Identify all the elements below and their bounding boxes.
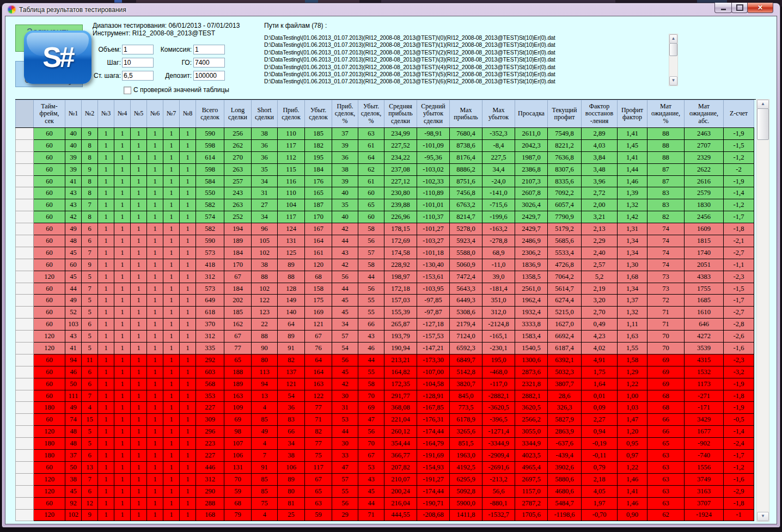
table-cell[interactable]: 48 [65, 235, 82, 247]
table-cell[interactable]: 75 [305, 450, 332, 462]
table-cell[interactable]: 618 [196, 307, 224, 319]
table-cell[interactable]: 2,00 [582, 199, 618, 211]
table-cell[interactable]: 106 [224, 450, 252, 462]
table-cell[interactable]: 213,21 [384, 354, 417, 366]
table-cell[interactable]: 1,20 [618, 426, 647, 438]
table-cell[interactable]: 2321,8 [515, 378, 548, 390]
table-cell[interactable]: 2463 [685, 128, 724, 140]
table-cell[interactable]: 1 [147, 438, 163, 450]
table-cell[interactable]: 88 [647, 151, 685, 163]
table-cell[interactable]: 1 [131, 461, 147, 473]
table-cell[interactable]: 88 [252, 271, 278, 283]
table-row[interactable]: 605251111116181851231401694555155,39-97,… [16, 307, 754, 319]
table-cell[interactable]: 59 [224, 485, 252, 497]
row-header-cell[interactable] [16, 485, 34, 497]
table-row[interactable]: 60418111111584257341161763961227,12-102,… [16, 175, 754, 187]
row-header-cell[interactable] [16, 295, 34, 307]
table-cell[interactable]: 1 [147, 461, 163, 473]
table-row[interactable]: 609212111111288687581635644216,04-190,71… [16, 497, 754, 509]
table-cell[interactable]: 60 [34, 163, 65, 175]
table-cell[interactable]: 1,46 [618, 473, 647, 485]
table-row[interactable]: 607415111111309698583715347221,04-176,31… [16, 414, 754, 426]
table-cell[interactable]: 1 [180, 438, 196, 450]
table-cell[interactable]: 5484,7 [548, 497, 582, 509]
table-cell[interactable]: 7 [252, 450, 278, 462]
table-cell[interactable]: 7 [82, 199, 98, 211]
row-header-cell[interactable] [16, 247, 34, 259]
table-cell[interactable]: -271 [685, 390, 724, 402]
table-cell[interactable]: 63 [647, 450, 685, 462]
table-cell[interactable]: 6 [82, 235, 98, 247]
table-cell[interactable]: 56 [332, 271, 358, 283]
table-cell[interactable]: 418 [196, 259, 224, 271]
close-button[interactable]: ✕ [747, 3, 773, 13]
table-cell[interactable]: -101,18 [417, 247, 450, 259]
table-cell[interactable]: 1 [147, 378, 163, 390]
table-cell[interactable]: -2 [724, 163, 754, 175]
column-header[interactable]: Профит фактор [618, 100, 647, 128]
table-cell[interactable]: 69 [224, 414, 252, 426]
table-cell[interactable]: 1609 [685, 223, 724, 235]
table-cell[interactable]: 1 [131, 497, 147, 509]
table-cell[interactable]: 163 [305, 378, 332, 390]
table-cell[interactable]: 116 [278, 175, 305, 187]
table-cell[interactable]: 6763,2 [450, 199, 482, 211]
table-cell[interactable]: 40 [332, 187, 358, 199]
table-cell[interactable]: 85 [252, 485, 278, 497]
table-cell[interactable]: 2697,5 [515, 473, 548, 485]
table-cell[interactable]: 1411,8 [450, 509, 482, 521]
table-cell[interactable]: 8 [82, 211, 98, 223]
table-cell[interactable]: 773,5 [450, 402, 482, 414]
table-cell[interactable]: 94 [65, 354, 82, 366]
table-cell[interactable]: 1 [114, 319, 131, 331]
table-cell[interactable]: 45 [332, 295, 358, 307]
table-cell[interactable]: 370 [196, 319, 224, 331]
table-cell[interactable]: -2691,6 [482, 461, 515, 473]
table-cell[interactable]: 1 [163, 438, 180, 450]
table-cell[interactable]: 58 [358, 259, 384, 271]
table-cell[interactable]: 65 [224, 354, 252, 366]
table-cell[interactable]: 1 [180, 390, 196, 402]
table-cell[interactable]: 80 [252, 354, 278, 366]
column-header[interactable]: Long сделки [224, 100, 252, 128]
table-cell[interactable]: 76 [305, 343, 332, 354]
table-cell[interactable]: -0,70 [582, 509, 618, 521]
table-cell[interactable]: 243 [224, 187, 252, 199]
table-cell[interactable]: 1 [147, 223, 163, 235]
table-cell[interactable]: 104 [278, 199, 305, 211]
table-cell[interactable]: 260,12 [384, 426, 417, 438]
table-cell[interactable]: 1 [98, 366, 114, 378]
table-cell[interactable]: 2787,2 [515, 497, 548, 509]
table-cell[interactable]: 189 [224, 378, 252, 390]
table-cell[interactable]: 2,13 [582, 223, 618, 235]
table-cell[interactable]: 1 [163, 247, 180, 259]
table-cell[interactable]: 1 [163, 414, 180, 426]
table-cell[interactable]: -0,19 [582, 438, 618, 450]
table-cell[interactable]: 73 [647, 271, 685, 283]
table-cell[interactable]: 1 [114, 223, 131, 235]
table-cell[interactable]: -157,53 [417, 331, 450, 343]
table-cell[interactable]: 312 [196, 473, 224, 485]
table-cell[interactable]: 188 [224, 366, 252, 378]
table-cell[interactable]: 1 [163, 151, 180, 163]
table-cell[interactable]: -1,2 [724, 199, 754, 211]
table-cell[interactable]: -1,7 [724, 295, 754, 307]
table-cell[interactable]: 1 [147, 366, 163, 378]
table-cell[interactable]: 91 [278, 343, 305, 354]
table-cell[interactable]: 9 [82, 163, 98, 175]
table-cell[interactable]: 36 [332, 151, 358, 163]
table-cell[interactable]: -902 [685, 438, 724, 450]
table-cell[interactable]: 237,08 [384, 163, 417, 175]
table-cell[interactable]: 4192,5 [450, 461, 482, 473]
table-cell[interactable]: 67 [224, 271, 252, 283]
table-cell[interactable]: 1 [114, 235, 131, 247]
table-cell[interactable]: 2429,7 [515, 211, 548, 223]
table-cell[interactable]: 167 [305, 223, 332, 235]
table-cell[interactable]: -97,85 [417, 295, 450, 307]
table-cell[interactable]: -1,4 [724, 426, 754, 438]
table-cell[interactable]: -101,27 [417, 223, 450, 235]
table-cell[interactable]: 1 [163, 426, 180, 438]
table-cell[interactable]: 61 [358, 175, 384, 187]
table-cell[interactable]: 312 [196, 271, 224, 283]
table-cell[interactable]: 5827,9 [548, 414, 582, 426]
